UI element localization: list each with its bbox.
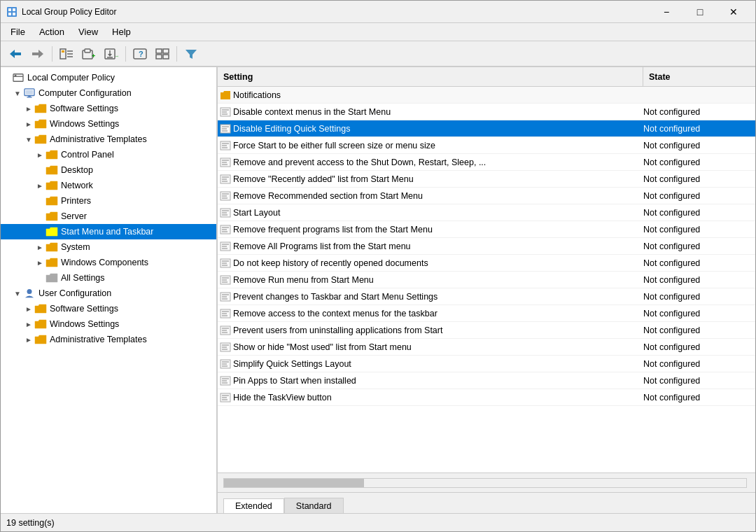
list-row-row6[interactable]: Remove Recommended section from Start Me… <box>218 188 755 204</box>
minimize-button[interactable]: − <box>650 1 682 23</box>
folder-icon-user-config <box>23 288 36 298</box>
tree-node-computer-config[interactable]: ▼ Computer Configuration <box>1 85 216 101</box>
main-window: Local Group Policy Editor − □ ✕ File Act… <box>0 0 756 532</box>
list-row-row2[interactable]: Disable Editing Quick SettingsNot config… <box>218 120 755 137</box>
h-scrollbar[interactable] <box>223 478 747 488</box>
node-label-user-config: User Configuration <box>38 288 111 298</box>
expand-btn-windows-settings-1[interactable]: ► <box>23 118 34 130</box>
tree-node-windows-settings-1[interactable]: ► Windows Settings <box>1 116 216 132</box>
list-row-row12[interactable]: Prevent changes to Taskbar and Start Men… <box>218 288 755 305</box>
expand-btn-system[interactable]: ► <box>34 241 46 253</box>
svg-rect-2 <box>13 8 15 11</box>
tree-node-admin-templates-2[interactable]: ► Administrative Templates <box>1 332 216 347</box>
maximize-button[interactable]: □ <box>684 1 716 23</box>
list-row-row16[interactable]: Simplify Quick Settings LayoutNot config… <box>218 356 755 372</box>
window-title: Local Group Policy Editor <box>22 7 646 17</box>
expand-btn-user-config[interactable]: ▼ <box>12 288 23 299</box>
node-label-software-settings-1: Software Settings <box>50 104 118 113</box>
list-row-row7[interactable]: Start LayoutNot configured <box>218 204 755 221</box>
expand-btn-software-settings-2[interactable]: ► <box>23 303 34 314</box>
row-state-row10: Not configured <box>643 258 755 268</box>
list-row-row13[interactable]: Remove access to the context menus for t… <box>218 305 755 322</box>
folder-icon-all-settings-1 <box>46 273 58 283</box>
menu-help[interactable]: Help <box>105 25 138 38</box>
tree-node-control-panel[interactable]: ► Control Panel <box>1 147 216 162</box>
node-label-desktop: Desktop <box>61 165 93 175</box>
h-scrollbar-thumb[interactable] <box>224 479 364 487</box>
toolbar-sep-1 <box>52 46 52 62</box>
row-icon-row7 <box>218 208 233 218</box>
expand-btn-network[interactable]: ► <box>34 180 46 191</box>
tab-standard[interactable]: Standard <box>284 498 344 513</box>
row-text-row1: Disable context menus in the Start Menu <box>233 107 643 117</box>
svg-rect-3 <box>8 13 11 15</box>
list-row-notifications: Notifications <box>218 87 755 104</box>
expand-btn-control-panel[interactable]: ► <box>34 149 46 160</box>
menu-view[interactable]: View <box>71 25 105 38</box>
tree-node-system[interactable]: ► System <box>1 239 216 255</box>
tree-node-software-settings-2[interactable]: ► Software Settings <box>1 301 216 316</box>
folder-icon-admin-templates-1 <box>34 134 47 144</box>
col-setting-header[interactable]: Setting <box>218 67 643 86</box>
expand-btn-server <box>34 211 46 222</box>
tab-extended[interactable]: Extended <box>223 498 284 513</box>
tree-node-user-config[interactable]: ▼ User Configuration <box>1 286 216 301</box>
tree-node-network[interactable]: ► Network <box>1 178 216 193</box>
tree-node-software-settings-1[interactable]: ► Software Settings <box>1 101 216 116</box>
list-row-row10[interactable]: Do not keep history of recently opened d… <box>218 255 755 272</box>
new-gpo-button[interactable]: + <box>78 44 99 64</box>
tree-node-all-settings-1[interactable]: All Settings <box>1 270 216 286</box>
list-row-row1[interactable]: Disable context menus in the Start MenuN… <box>218 104 755 120</box>
tree-node-printers[interactable]: Printers <box>1 193 216 209</box>
tree-node-windows-settings-2[interactable]: ► Windows Settings <box>1 316 216 332</box>
list-header: Setting State <box>218 67 755 87</box>
tree-node-start-menu-taskbar[interactable]: Start Menu and Taskbar <box>1 224 216 239</box>
back-button[interactable] <box>5 44 26 64</box>
list-row-row8[interactable]: Remove frequent programs list from the S… <box>218 221 755 238</box>
row-icon-row12 <box>218 292 233 302</box>
tree-node-local-policy[interactable]: Local Computer Policy <box>1 70 216 85</box>
list-row-row3[interactable]: Force Start to be either full screen siz… <box>218 137 755 154</box>
show-hide-tree-button[interactable] <box>56 44 77 64</box>
list-row-row14[interactable]: Prevent users from uninstalling applicat… <box>218 322 755 339</box>
list-row-row18[interactable]: Hide the TaskView buttonNot configured <box>218 389 755 406</box>
list-row-row4[interactable]: Remove and prevent access to the Shut Do… <box>218 154 755 171</box>
view-button[interactable] <box>152 44 173 64</box>
menu-file[interactable]: File <box>4 25 32 38</box>
status-bar: 19 setting(s) <box>1 513 755 531</box>
expand-btn-windows-settings-2[interactable]: ► <box>23 318 34 330</box>
forward-button[interactable] <box>27 44 48 64</box>
row-state-row9: Not configured <box>643 241 755 251</box>
list-row-row9[interactable]: Remove All Programs list from the Start … <box>218 238 755 255</box>
close-button[interactable]: ✕ <box>718 1 750 23</box>
expand-btn-computer-config[interactable]: ▼ <box>12 88 23 99</box>
row-icon-row17 <box>218 376 233 386</box>
svg-rect-1 <box>8 8 11 11</box>
menu-action[interactable]: Action <box>32 25 71 38</box>
list-row-row11[interactable]: Remove Run menu from Start MenuNot confi… <box>218 272 755 288</box>
col-state-header[interactable]: State <box>643 67 755 86</box>
list-row-row15[interactable]: Show or hide "Most used" list from Start… <box>218 339 755 356</box>
tree-node-admin-templates-1[interactable]: ▼ Administrative Templates <box>1 132 216 147</box>
export-button[interactable]: → <box>101 44 122 64</box>
list-row-row5[interactable]: Remove "Recently added" list from Start … <box>218 171 755 188</box>
node-label-windows-settings-1: Windows Settings <box>50 119 119 129</box>
expand-btn-windows-components-1[interactable]: ► <box>34 257 46 268</box>
list-row-row17[interactable]: Pin Apps to Start when installedNot conf… <box>218 372 755 389</box>
row-icon-row16 <box>218 359 233 369</box>
row-icon-row15 <box>218 342 233 352</box>
svg-rect-22 <box>156 49 162 53</box>
tree-node-server[interactable]: Server <box>1 209 216 224</box>
filter-button[interactable] <box>181 44 202 64</box>
tree-node-desktop[interactable]: Desktop <box>1 162 216 178</box>
right-panel: Setting State Notifications Disable cont… <box>218 67 755 513</box>
svg-rect-24 <box>156 55 162 59</box>
expand-btn-software-settings-1[interactable]: ► <box>23 103 34 114</box>
node-label-system: System <box>61 242 90 252</box>
expand-btn-admin-templates-1[interactable]: ▼ <box>23 134 34 145</box>
expand-btn-admin-templates-2[interactable]: ► <box>23 334 34 345</box>
node-label-control-panel: Control Panel <box>61 150 114 160</box>
tree-node-windows-components-1[interactable]: ► Windows Components <box>1 255 216 270</box>
help-button[interactable]: ? <box>130 44 150 64</box>
node-label-start-menu-taskbar: Start Menu and Taskbar <box>61 227 153 237</box>
